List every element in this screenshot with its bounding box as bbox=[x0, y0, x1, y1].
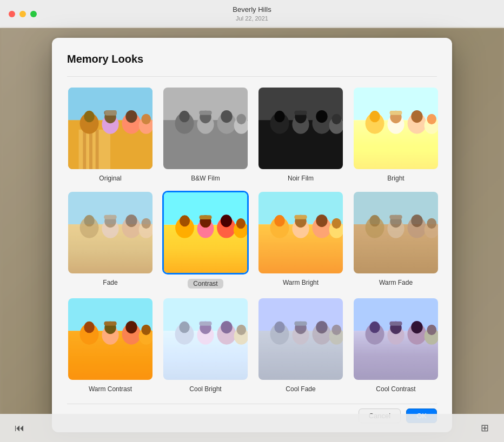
svg-point-41 bbox=[369, 111, 380, 122]
photo-bw bbox=[163, 88, 248, 169]
svg-point-123 bbox=[316, 321, 327, 333]
photo-bright bbox=[354, 88, 438, 169]
svg-rect-110 bbox=[199, 322, 211, 326]
svg-point-112 bbox=[221, 321, 232, 333]
svg-rect-132 bbox=[389, 322, 402, 326]
look-label-bw-film: B&W Film bbox=[191, 175, 220, 182]
look-item-original[interactable]: Original bbox=[67, 86, 154, 182]
look-thumb-cool-contrast[interactable] bbox=[353, 297, 439, 381]
look-thumb-contrast[interactable] bbox=[162, 191, 249, 274]
look-item-bw-film[interactable]: B&W Film bbox=[162, 86, 249, 182]
look-thumb-cool-fade[interactable] bbox=[257, 297, 344, 381]
look-thumb-warm-bright[interactable] bbox=[257, 191, 344, 274]
svg-point-48 bbox=[427, 114, 436, 124]
svg-point-107 bbox=[179, 322, 189, 333]
photo-warm-contrast bbox=[68, 298, 152, 380]
svg-rect-3 bbox=[83, 130, 86, 169]
photo-warm-fade bbox=[354, 192, 438, 273]
svg-point-63 bbox=[180, 215, 190, 226]
svg-point-79 bbox=[316, 215, 327, 227]
look-item-bright[interactable]: Bright bbox=[353, 86, 439, 182]
look-label-cool-contrast: Cool Contrast bbox=[376, 385, 415, 393]
look-thumb-cool-bright[interactable] bbox=[162, 297, 249, 381]
minimize-button[interactable] bbox=[19, 11, 26, 17]
look-item-warm-bright[interactable]: Warm Bright bbox=[257, 191, 344, 289]
svg-rect-22 bbox=[199, 111, 211, 115]
svg-rect-55 bbox=[104, 215, 116, 219]
photo-original bbox=[68, 88, 152, 169]
look-label-noir-film: Noir Film bbox=[288, 175, 314, 182]
svg-rect-99 bbox=[104, 322, 116, 326]
look-thumb-bw-film[interactable] bbox=[162, 86, 249, 170]
svg-point-12 bbox=[125, 110, 137, 123]
look-label-warm-bright: Warm Bright bbox=[283, 279, 319, 286]
svg-point-59 bbox=[141, 218, 151, 229]
svg-point-134 bbox=[411, 321, 422, 333]
svg-point-70 bbox=[236, 218, 246, 229]
svg-point-118 bbox=[274, 322, 284, 333]
svg-point-57 bbox=[125, 215, 137, 227]
svg-point-19 bbox=[179, 111, 189, 122]
look-thumb-original[interactable] bbox=[67, 86, 154, 170]
svg-point-136 bbox=[427, 325, 436, 335]
svg-rect-121 bbox=[294, 322, 307, 326]
photo-fade bbox=[68, 192, 152, 273]
look-thumb-fade[interactable] bbox=[67, 191, 154, 274]
svg-point-24 bbox=[221, 110, 232, 123]
svg-point-30 bbox=[274, 111, 284, 122]
svg-point-103 bbox=[141, 325, 151, 335]
svg-rect-66 bbox=[199, 215, 211, 219]
look-item-fade[interactable]: Fade bbox=[67, 191, 154, 289]
svg-point-37 bbox=[331, 114, 341, 124]
svg-point-125 bbox=[331, 325, 341, 335]
look-item-contrast[interactable]: Contrast bbox=[162, 191, 249, 289]
look-thumb-noir-film[interactable] bbox=[257, 86, 344, 170]
svg-rect-77 bbox=[294, 215, 307, 219]
photo-contrast bbox=[164, 192, 247, 273]
svg-point-74 bbox=[274, 215, 284, 226]
svg-rect-5 bbox=[96, 130, 99, 169]
svg-point-92 bbox=[427, 218, 436, 229]
svg-point-85 bbox=[369, 215, 380, 226]
svg-rect-4 bbox=[89, 130, 92, 169]
look-label-cool-fade: Cool Fade bbox=[286, 385, 315, 393]
photo-cool-bright bbox=[163, 298, 248, 380]
svg-rect-33 bbox=[294, 111, 307, 115]
look-label-bright: Bright bbox=[387, 175, 404, 182]
svg-point-14 bbox=[141, 114, 151, 124]
look-item-noir-film[interactable]: Noir Film bbox=[257, 86, 344, 182]
look-item-cool-contrast[interactable]: Cool Contrast bbox=[353, 297, 439, 393]
look-label-fade: Fade bbox=[103, 279, 117, 286]
svg-point-81 bbox=[331, 218, 341, 229]
svg-point-7 bbox=[84, 111, 94, 122]
svg-rect-88 bbox=[389, 215, 402, 219]
modal-overlay: Memory Looks bbox=[0, 28, 504, 442]
svg-point-35 bbox=[316, 110, 327, 123]
svg-point-46 bbox=[411, 110, 422, 123]
look-thumb-bright[interactable] bbox=[353, 86, 439, 170]
svg-rect-15 bbox=[105, 110, 116, 116]
fullscreen-button[interactable] bbox=[30, 11, 37, 17]
grid-button[interactable]: ⊞ bbox=[476, 419, 493, 437]
memory-looks-modal: Memory Looks bbox=[52, 38, 452, 432]
svg-point-96 bbox=[84, 322, 94, 333]
look-item-warm-contrast[interactable]: Warm Contrast bbox=[67, 297, 154, 393]
svg-point-114 bbox=[236, 325, 246, 335]
photo-cool-contrast bbox=[354, 298, 438, 380]
svg-point-26 bbox=[236, 114, 246, 124]
look-label-warm-contrast: Warm Contrast bbox=[89, 385, 132, 393]
look-label-warm-fade: Warm Fade bbox=[379, 279, 413, 286]
svg-rect-44 bbox=[389, 111, 402, 115]
svg-point-129 bbox=[369, 322, 380, 333]
previous-button[interactable]: ⏮ bbox=[11, 419, 28, 437]
svg-point-52 bbox=[84, 215, 94, 226]
svg-point-101 bbox=[125, 321, 137, 333]
modal-title: Memory Looks bbox=[67, 53, 437, 65]
look-item-warm-fade[interactable]: Warm Fade bbox=[353, 191, 439, 289]
look-item-cool-bright[interactable]: Cool Bright bbox=[162, 297, 249, 393]
close-button[interactable] bbox=[9, 11, 15, 17]
look-item-cool-fade[interactable]: Cool Fade bbox=[257, 297, 344, 393]
looks-grid: Original bbox=[67, 86, 437, 393]
look-thumb-warm-fade[interactable] bbox=[353, 191, 439, 274]
look-thumb-warm-contrast[interactable] bbox=[67, 297, 154, 381]
